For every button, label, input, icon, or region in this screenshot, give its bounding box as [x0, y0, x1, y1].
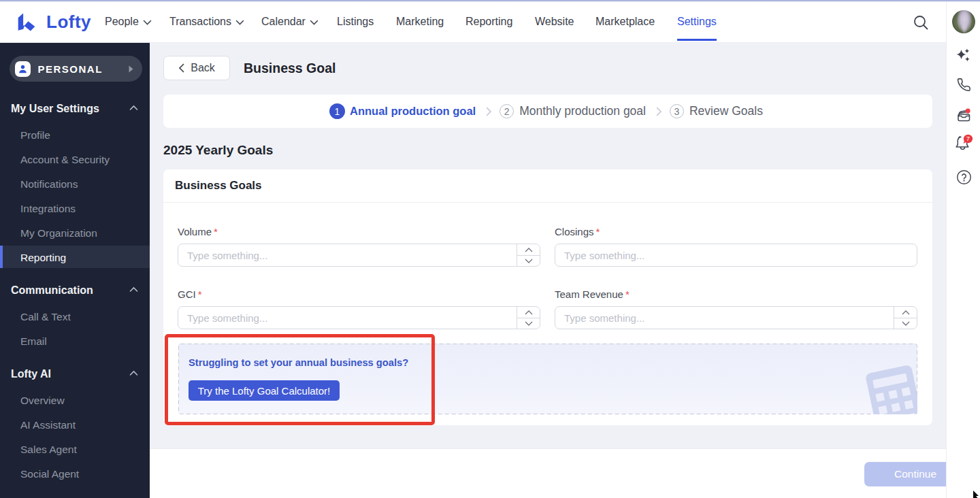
svg-text:7: 7 [966, 135, 969, 142]
